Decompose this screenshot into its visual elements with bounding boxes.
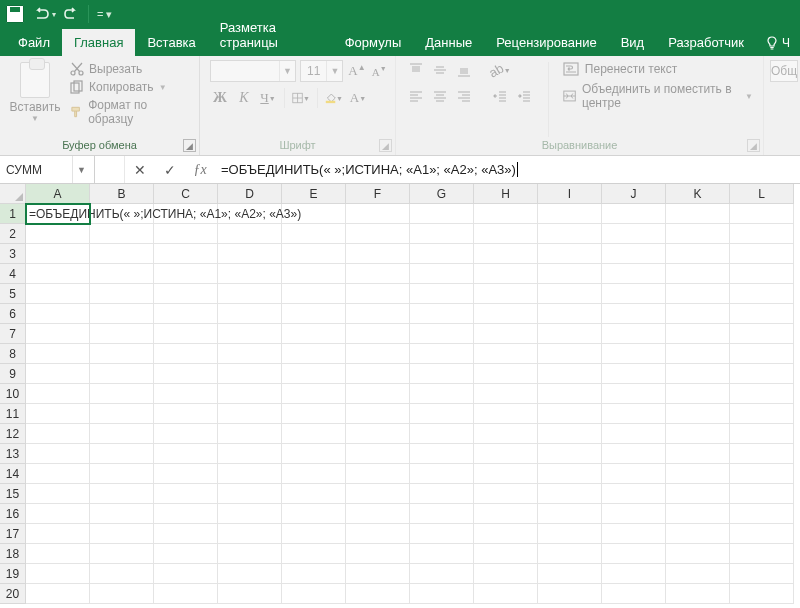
tab-review[interactable]: Рецензирование <box>484 29 608 56</box>
cell[interactable] <box>90 364 154 384</box>
qat-customize[interactable]: = ▾ <box>97 2 112 26</box>
cell[interactable] <box>218 324 282 344</box>
cell[interactable] <box>218 304 282 324</box>
cell[interactable] <box>154 424 218 444</box>
alignment-launcher[interactable]: ◢ <box>747 139 760 152</box>
cell[interactable] <box>346 364 410 384</box>
cell[interactable] <box>474 444 538 464</box>
save-button[interactable] <box>6 2 24 26</box>
cell[interactable] <box>346 544 410 564</box>
cell[interactable] <box>26 484 90 504</box>
cell[interactable] <box>90 324 154 344</box>
underline-button[interactable]: Ч▼ <box>258 88 278 108</box>
cell[interactable] <box>218 484 282 504</box>
cell[interactable] <box>410 304 474 324</box>
cell[interactable] <box>218 584 282 604</box>
cell[interactable] <box>154 444 218 464</box>
cell[interactable] <box>90 224 154 244</box>
cell[interactable] <box>474 284 538 304</box>
column-header[interactable]: A <box>26 184 90 204</box>
row-header[interactable]: 5 <box>0 284 26 304</box>
increase-font-button[interactable]: A▲ <box>347 61 366 81</box>
cell[interactable] <box>730 284 794 304</box>
cell[interactable] <box>346 224 410 244</box>
cell[interactable] <box>602 284 666 304</box>
cell[interactable] <box>90 244 154 264</box>
cell[interactable] <box>538 224 602 244</box>
wrap-text-button[interactable]: Перенести текст <box>563 62 753 76</box>
cell[interactable] <box>410 424 474 444</box>
worksheet-grid[interactable]: ABCDEFGHIJKL1=ОБЪЕДИНИТЬ(« »;ИСТИНА; «А1… <box>0 184 800 604</box>
cell[interactable] <box>410 204 474 224</box>
cell[interactable] <box>730 344 794 364</box>
cell[interactable] <box>666 464 730 484</box>
align-middle-button[interactable] <box>430 60 450 80</box>
font-name-combo[interactable]: ▼ <box>210 60 296 82</box>
bold-button[interactable]: Ж <box>210 88 230 108</box>
cell[interactable] <box>218 504 282 524</box>
cell[interactable] <box>154 564 218 584</box>
row-header[interactable]: 13 <box>0 444 26 464</box>
name-box-input[interactable] <box>0 163 72 177</box>
cell[interactable] <box>26 544 90 564</box>
cell[interactable] <box>410 464 474 484</box>
cell[interactable] <box>218 424 282 444</box>
tab-file[interactable]: Файл <box>6 29 62 56</box>
cell[interactable] <box>666 504 730 524</box>
font-color-button[interactable]: A▼ <box>348 88 368 108</box>
cell[interactable] <box>474 304 538 324</box>
tab-home[interactable]: Главная <box>62 29 135 56</box>
number-format-combo[interactable]: Общ <box>770 60 798 82</box>
cell[interactable] <box>730 204 794 224</box>
row-header[interactable]: 20 <box>0 584 26 604</box>
cell[interactable] <box>282 244 346 264</box>
cell[interactable] <box>90 504 154 524</box>
cell[interactable] <box>474 344 538 364</box>
cell[interactable] <box>474 424 538 444</box>
cell[interactable] <box>154 544 218 564</box>
cell[interactable] <box>410 524 474 544</box>
cell[interactable] <box>346 524 410 544</box>
cell[interactable] <box>90 384 154 404</box>
row-header[interactable]: 12 <box>0 424 26 444</box>
cell[interactable] <box>26 584 90 604</box>
column-header[interactable]: H <box>474 184 538 204</box>
cell[interactable]: =ОБЪЕДИНИТЬ(« »;ИСТИНА; «А1»; «А2»; «А3»… <box>26 204 90 224</box>
cell[interactable] <box>346 264 410 284</box>
cell[interactable] <box>282 324 346 344</box>
cell[interactable] <box>730 224 794 244</box>
cell[interactable] <box>218 284 282 304</box>
cell[interactable] <box>410 244 474 264</box>
cell[interactable] <box>410 564 474 584</box>
cell[interactable] <box>602 304 666 324</box>
tell-me[interactable]: Ч <box>756 30 800 56</box>
cell[interactable] <box>730 264 794 284</box>
cell[interactable] <box>154 224 218 244</box>
cell[interactable] <box>282 224 346 244</box>
cancel-formula-button[interactable]: ✕ <box>125 156 155 183</box>
cell[interactable] <box>538 264 602 284</box>
cell[interactable] <box>474 364 538 384</box>
cell[interactable] <box>218 384 282 404</box>
cell[interactable] <box>154 464 218 484</box>
cell[interactable] <box>474 204 538 224</box>
formula-input[interactable]: =ОБЪЕДИНИТЬ(« »;ИСТИНА; «А1»; «А2»; «А3»… <box>215 156 800 183</box>
cell[interactable] <box>282 484 346 504</box>
row-header[interactable]: 2 <box>0 224 26 244</box>
cell[interactable] <box>666 404 730 424</box>
cell[interactable] <box>538 244 602 264</box>
cell[interactable] <box>666 224 730 244</box>
cell[interactable] <box>26 404 90 424</box>
tab-formulas[interactable]: Формулы <box>333 29 414 56</box>
cell[interactable] <box>90 544 154 564</box>
merge-center-button[interactable]: Объединить и поместить в центре ▼ <box>563 82 753 110</box>
cell[interactable] <box>282 584 346 604</box>
paste-button[interactable]: Вставить ▼ <box>10 60 60 123</box>
cell[interactable] <box>346 484 410 504</box>
cell[interactable] <box>154 324 218 344</box>
cell[interactable] <box>218 244 282 264</box>
cell[interactable] <box>410 444 474 464</box>
column-header[interactable]: K <box>666 184 730 204</box>
cell[interactable] <box>474 224 538 244</box>
cell[interactable] <box>666 484 730 504</box>
